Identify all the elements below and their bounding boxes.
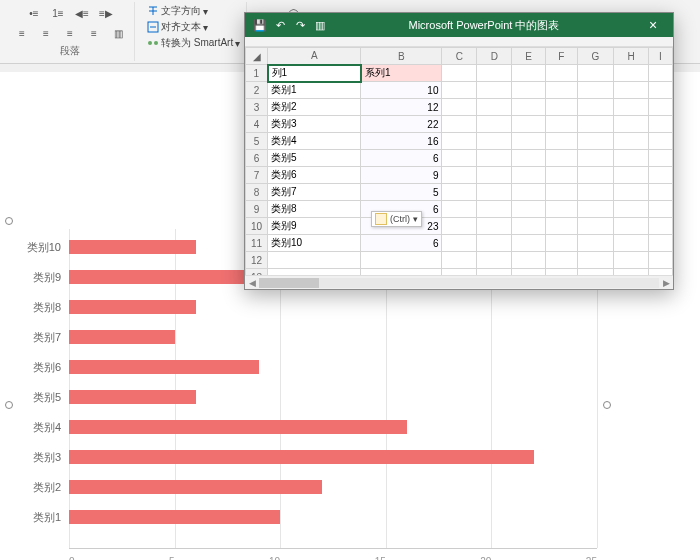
row-header[interactable]: 3: [246, 99, 268, 116]
cell[interactable]: [512, 184, 546, 201]
chart-bar[interactable]: 类别8: [69, 293, 597, 321]
cell[interactable]: [545, 235, 577, 252]
cell[interactable]: [545, 252, 577, 269]
cell[interactable]: [577, 218, 613, 235]
col-header[interactable]: C: [442, 48, 477, 65]
select-all-cell[interactable]: ◢: [246, 48, 268, 65]
scroll-right-icon[interactable]: ▶: [659, 278, 673, 288]
cell[interactable]: [545, 133, 577, 150]
save-icon[interactable]: 💾: [253, 18, 267, 32]
align-right-button[interactable]: ≡: [60, 24, 80, 42]
paste-options-button[interactable]: (Ctrl) ▾: [371, 211, 422, 227]
cell[interactable]: [512, 167, 546, 184]
cell[interactable]: [577, 99, 613, 116]
cell[interactable]: [442, 133, 477, 150]
cell[interactable]: [477, 99, 512, 116]
excel-titlebar[interactable]: 💾 ↶ ↷ ▥ Microsoft PowerPoint 中的图表 ×: [245, 13, 673, 37]
justify-button[interactable]: ≡: [84, 24, 104, 42]
cell[interactable]: 列1: [268, 65, 361, 82]
cell[interactable]: 6: [361, 150, 442, 167]
cell[interactable]: [577, 252, 613, 269]
row-header[interactable]: 1: [246, 65, 268, 82]
cell[interactable]: [442, 116, 477, 133]
cell[interactable]: [648, 133, 672, 150]
cell[interactable]: 22: [361, 116, 442, 133]
row-header[interactable]: 9: [246, 201, 268, 218]
smartart-button[interactable]: 转换为 SmartArt ▾: [147, 36, 240, 50]
cell[interactable]: 系列1: [361, 65, 442, 82]
cell[interactable]: [577, 167, 613, 184]
row-header[interactable]: 8: [246, 184, 268, 201]
resize-handle[interactable]: [5, 401, 13, 409]
numbering-button[interactable]: 1≡: [48, 4, 68, 22]
scroll-thumb[interactable]: [259, 278, 319, 288]
undo-icon[interactable]: ↶: [273, 18, 287, 32]
indent-decrease-button[interactable]: ◀≡: [72, 4, 92, 22]
cell[interactable]: [545, 82, 577, 99]
cell[interactable]: 类别2: [268, 99, 361, 116]
cell[interactable]: [648, 99, 672, 116]
row-header[interactable]: 12: [246, 252, 268, 269]
cell[interactable]: [614, 201, 649, 218]
cell[interactable]: [442, 150, 477, 167]
cell[interactable]: [512, 133, 546, 150]
cell[interactable]: [614, 150, 649, 167]
text-direction-button[interactable]: 文字方向 ▾: [147, 4, 208, 18]
cell[interactable]: [512, 218, 546, 235]
cell[interactable]: [545, 99, 577, 116]
redo-icon[interactable]: ↷: [293, 18, 307, 32]
cell[interactable]: [545, 65, 577, 82]
cell[interactable]: [614, 184, 649, 201]
cell[interactable]: [648, 167, 672, 184]
cell[interactable]: [614, 82, 649, 99]
cell[interactable]: [512, 82, 546, 99]
cell[interactable]: [442, 167, 477, 184]
cell[interactable]: [442, 201, 477, 218]
cell[interactable]: [442, 252, 477, 269]
cell[interactable]: [442, 235, 477, 252]
cell[interactable]: [648, 201, 672, 218]
scroll-left-icon[interactable]: ◀: [245, 278, 259, 288]
cell[interactable]: [442, 99, 477, 116]
cell[interactable]: 10: [361, 82, 442, 99]
cell[interactable]: 12: [361, 99, 442, 116]
cell[interactable]: 9: [361, 167, 442, 184]
col-header[interactable]: B: [361, 48, 442, 65]
cell[interactable]: [477, 116, 512, 133]
cell[interactable]: 5: [361, 184, 442, 201]
cell[interactable]: 类别10: [268, 235, 361, 252]
cell[interactable]: 类别3: [268, 116, 361, 133]
cell[interactable]: [477, 235, 512, 252]
cell[interactable]: 类别7: [268, 184, 361, 201]
chart-bar[interactable]: 类别3: [69, 443, 597, 471]
cell[interactable]: [512, 235, 546, 252]
cell[interactable]: [648, 82, 672, 99]
cell[interactable]: [577, 116, 613, 133]
cell[interactable]: 类别4: [268, 133, 361, 150]
cell[interactable]: [545, 218, 577, 235]
cell[interactable]: [614, 252, 649, 269]
cell[interactable]: 类别1: [268, 82, 361, 99]
chart-bar[interactable]: 类别6: [69, 353, 597, 381]
cell[interactable]: [648, 150, 672, 167]
cell[interactable]: [512, 201, 546, 218]
cell[interactable]: 类别5: [268, 150, 361, 167]
cell[interactable]: [648, 184, 672, 201]
cell[interactable]: [648, 65, 672, 82]
col-header[interactable]: H: [614, 48, 649, 65]
cell[interactable]: [442, 218, 477, 235]
cell[interactable]: [477, 218, 512, 235]
cell[interactable]: [577, 65, 613, 82]
cell[interactable]: [512, 116, 546, 133]
cell[interactable]: [442, 82, 477, 99]
cell[interactable]: [577, 201, 613, 218]
chart-bar[interactable]: 类别1: [69, 503, 597, 531]
cell[interactable]: [512, 150, 546, 167]
cell[interactable]: [648, 116, 672, 133]
cell[interactable]: [614, 116, 649, 133]
columns-button[interactable]: ▥: [108, 24, 128, 42]
excel-hscrollbar[interactable]: ◀ ▶: [245, 275, 673, 289]
row-header[interactable]: 4: [246, 116, 268, 133]
cell[interactable]: 类别6: [268, 167, 361, 184]
cell[interactable]: [268, 252, 361, 269]
